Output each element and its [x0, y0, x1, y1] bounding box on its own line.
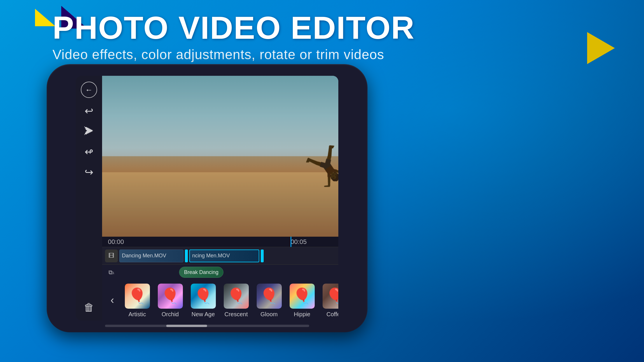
app-title: PHOTO VIDEO EDITOR: [52, 12, 415, 44]
clip-handle[interactable]: [185, 249, 188, 262]
filter-item-crescent[interactable]: 🎈 Crescent: [221, 283, 251, 318]
phone-scrollbar: [105, 325, 309, 327]
phone-device: ← ↩ ⮞ ↫ ↪ 🗑: [47, 64, 368, 332]
filter-strip: ‹ 🎈 Artistic 🎈 Orchid: [102, 280, 338, 321]
redo-fwd-icon: ↪: [85, 166, 93, 178]
balloon-artistic: 🎈: [125, 284, 150, 309]
filter-overlay: [102, 76, 338, 237]
timeline-mark-5: 00:05: [290, 238, 307, 246]
clip-handle-2[interactable]: [261, 249, 264, 262]
balloon-orchid: 🎈: [158, 284, 183, 309]
balloon-coffee: 🎈: [323, 284, 339, 309]
phone-screen: ← ↩ ⮞ ↫ ↪ 🗑: [76, 76, 338, 321]
filter-item-artistic[interactable]: 🎈 Artistic: [122, 283, 153, 318]
timeline-mark-0: 00:00: [108, 238, 124, 246]
filter-item-orchid[interactable]: 🎈 Orchid: [155, 283, 186, 318]
video-frame: 🤸: [102, 76, 338, 237]
left-toolbar: ← ↩ ⮞ ↫ ↪ 🗑: [76, 76, 102, 321]
video-preview: 🤸: [102, 76, 338, 237]
layers-icon: ⧉ ₁: [105, 267, 118, 278]
filter-thumb-orchid: 🎈: [157, 283, 183, 309]
video-track-icon: 🎞: [105, 249, 118, 262]
clip1-label: Dancing Men.MOV: [122, 253, 166, 259]
balloon-newage: 🎈: [191, 284, 216, 309]
filter-item-gloom[interactable]: 🎈 Gloom: [254, 283, 284, 318]
app-subtitle: Video effects, color adjustments, rotate…: [52, 47, 415, 62]
balloon-hippie: 🎈: [290, 284, 315, 309]
filter-label-crescent: Crescent: [224, 311, 248, 318]
export-left-icon: ⮞: [84, 125, 94, 138]
filter-label-gloom: Gloom: [260, 311, 278, 318]
filter-scroll-left-button[interactable]: ‹: [105, 293, 120, 307]
filter-thumb-artistic: 🎈: [124, 283, 150, 309]
layers-symbol: ⧉: [108, 269, 113, 276]
balloon-gloom: 🎈: [257, 284, 282, 309]
filter-item-newage[interactable]: 🎈 New Age: [188, 283, 218, 318]
redo-back-icon: ↫: [85, 146, 93, 158]
balloon-crescent: 🎈: [224, 284, 249, 309]
undo-icon: ↩: [85, 105, 93, 117]
filter-thumb-gloom: 🎈: [256, 283, 282, 309]
subtitle-chip[interactable]: Break Dancing: [179, 267, 223, 278]
timeline-cursor: [290, 237, 291, 247]
filter-label-coffee: Coffee: [326, 311, 338, 318]
filter-label-orchid: Orchid: [162, 311, 179, 318]
back-icon: ←: [85, 85, 93, 94]
subtitle-track: ⧉ ₁ Break Dancing: [102, 265, 338, 280]
delete-button[interactable]: 🗑: [82, 300, 96, 315]
redo-fwd-button[interactable]: ↪: [82, 165, 96, 180]
header: PHOTO VIDEO EDITOR Video effects, color …: [52, 12, 415, 62]
filter-thumb-crescent: 🎈: [223, 283, 249, 309]
video-clip-2[interactable]: ncing Men.MOV: [189, 249, 259, 262]
film-icon: 🎞: [108, 252, 114, 259]
back-button[interactable]: ←: [81, 82, 97, 98]
filter-label-hippie: Hippie: [294, 311, 310, 318]
gold-triangle-icon: [587, 32, 615, 64]
timeline-ruler: 00:00 00:05 00:10: [102, 237, 338, 247]
video-clip-1[interactable]: Dancing Men.MOV: [119, 249, 183, 262]
filter-item-coffee[interactable]: 🎈 Coffee: [320, 283, 338, 318]
filter-thumb-newage: 🎈: [190, 283, 216, 309]
undo-button[interactable]: ↩: [82, 104, 96, 118]
main-content: 🤸 00:00 00:05 00:10 🎞 Dancing Men.: [102, 76, 338, 321]
filter-thumb-hippie: 🎈: [289, 283, 315, 309]
subtitle-label: Break Dancing: [184, 269, 218, 275]
filter-label-artistic: Artistic: [129, 311, 146, 318]
layers-badge: ₁: [113, 270, 114, 275]
export-left-button[interactable]: ⮞: [82, 124, 96, 139]
phone-scrollbar-thumb[interactable]: [166, 325, 207, 327]
video-track[interactable]: 🎞 Dancing Men.MOV ncing Men.MOV: [102, 247, 338, 265]
filter-item-hippie[interactable]: 🎈 Hippie: [287, 283, 317, 318]
filter-label-newage: New Age: [191, 311, 215, 318]
filter-thumb-coffee: 🎈: [322, 283, 339, 309]
clip2-label: ncing Men.MOV: [192, 253, 230, 259]
trash-icon: 🗑: [84, 301, 94, 314]
redo-back-button[interactable]: ↫: [82, 145, 96, 159]
